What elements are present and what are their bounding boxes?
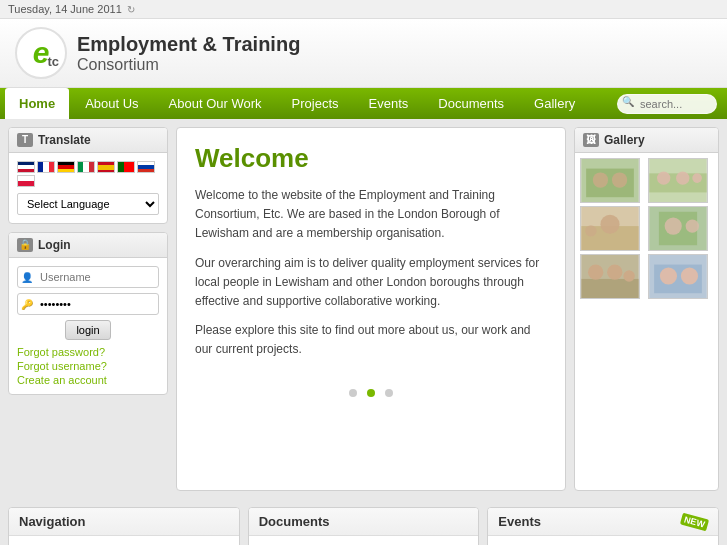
nav-item-about-us[interactable]: About Us	[71, 88, 152, 119]
welcome-title: Welcome	[195, 143, 547, 174]
svg-rect-18	[581, 279, 638, 298]
gallery-grid	[575, 153, 718, 304]
svg-point-21	[623, 270, 634, 281]
translate-widget: T Translate Select Language	[8, 127, 168, 224]
username-input[interactable]	[17, 266, 159, 288]
main-content: T Translate Select Language	[0, 119, 727, 499]
login-header: 🔒 Login	[9, 233, 167, 258]
gallery-title: Gallery	[604, 133, 645, 147]
nav-bar: Home About Us About Our Work Projects Ev…	[0, 88, 727, 119]
svg-point-8	[692, 173, 702, 183]
translate-title: Translate	[38, 133, 91, 147]
slide-dot-3[interactable]	[385, 389, 393, 397]
gallery-thumb-5[interactable]	[580, 254, 640, 299]
nav-item-home[interactable]: Home	[5, 88, 69, 119]
search-input[interactable]	[617, 94, 717, 114]
gallery-thumb-6[interactable]	[648, 254, 708, 299]
svg-rect-1	[586, 169, 634, 198]
gallery-thumb-2[interactable]	[648, 158, 708, 203]
login-form: 👤 🔑 login Forgot password? Forgot userna…	[9, 258, 167, 394]
password-input[interactable]	[17, 293, 159, 315]
events-panel: Events NEW No current events.	[487, 507, 719, 545]
header: e tc Employment & Training Consortium	[0, 19, 727, 88]
language-select[interactable]: Select Language	[17, 193, 159, 215]
nav-item-projects[interactable]: Projects	[278, 88, 353, 119]
translate-header: T Translate	[9, 128, 167, 153]
translate-icon: T	[17, 133, 33, 147]
flag-row	[17, 161, 159, 187]
logo-text: Employment & Training Consortium	[77, 32, 300, 74]
svg-point-11	[600, 215, 619, 234]
company-sub: Consortium	[77, 56, 300, 74]
key-icon: 🔑	[21, 299, 33, 310]
svg-point-15	[665, 218, 682, 235]
gallery-thumb-4[interactable]	[648, 206, 708, 251]
svg-point-16	[686, 219, 699, 232]
slide-dot-2[interactable]	[367, 389, 375, 397]
flag-pl[interactable]	[17, 175, 35, 187]
logo-area: e tc Employment & Training Consortium	[15, 27, 300, 79]
search-wrap	[617, 94, 717, 114]
gallery-icon: 🖼	[583, 133, 599, 147]
top-bar: Tuesday, 14 June 2011 ↻	[0, 0, 727, 19]
events-panel-title: Events	[498, 514, 541, 529]
welcome-paragraph-1: Welcome to the website of the Employment…	[195, 186, 547, 244]
navigation-panel-body: Site Map Contact Us Search	[9, 536, 239, 545]
forgot-username-link[interactable]: Forgot username?	[17, 360, 159, 372]
documents-panel-header: Documents	[249, 508, 479, 536]
gallery-thumb-3[interactable]	[580, 206, 640, 251]
login-title: Login	[38, 238, 71, 252]
gallery-widget: 🖼 Gallery	[574, 127, 719, 491]
documents-panel-body: ETC Vision Document - Agreed 13-1-10	[249, 536, 479, 545]
bottom-panels: Navigation Site Map Contact Us Search Do…	[0, 499, 727, 545]
logo-tc-text: tc	[47, 54, 59, 69]
password-wrap: 🔑	[17, 293, 159, 315]
forgot-password-link[interactable]: Forgot password?	[17, 346, 159, 358]
welcome-paragraph-3: Please explore this site to find out mor…	[195, 321, 547, 359]
flag-pt[interactable]	[117, 161, 135, 173]
svg-point-6	[657, 171, 670, 184]
svg-point-25	[681, 267, 698, 284]
nav-item-gallery[interactable]: Gallery	[520, 88, 589, 119]
login-widget: 🔒 Login 👤 🔑 login Forgot password? Forgo…	[8, 232, 168, 395]
login-button[interactable]: login	[65, 320, 110, 340]
navigation-panel-header: Navigation	[9, 508, 239, 536]
flag-fr[interactable]	[37, 161, 55, 173]
refresh-icon[interactable]: ↻	[127, 4, 135, 15]
flag-ru[interactable]	[137, 161, 155, 173]
flag-it[interactable]	[77, 161, 95, 173]
flag-es[interactable]	[97, 161, 115, 173]
slide-dots	[195, 375, 547, 400]
username-wrap: 👤	[17, 266, 159, 288]
navigation-panel: Navigation Site Map Contact Us Search	[8, 507, 240, 545]
svg-point-12	[585, 225, 596, 236]
svg-point-7	[676, 171, 689, 184]
nav-item-documents[interactable]: Documents	[424, 88, 518, 119]
flag-uk[interactable]	[17, 161, 35, 173]
welcome-paragraph-2: Our overarching aim is to deliver qualit…	[195, 254, 547, 312]
user-icon: 👤	[21, 272, 33, 283]
gallery-thumb-1[interactable]	[580, 158, 640, 203]
events-panel-body: No current events.	[488, 536, 718, 545]
svg-point-20	[607, 265, 622, 280]
translate-body: Select Language	[9, 153, 167, 223]
documents-panel: Documents ETC Vision Document - Agreed 1…	[248, 507, 480, 545]
svg-point-19	[588, 265, 603, 280]
events-panel-header-wrap: Events NEW	[488, 508, 718, 536]
logo-circle: e tc	[15, 27, 67, 79]
nav-item-about-work[interactable]: About Our Work	[155, 88, 276, 119]
flag-de[interactable]	[57, 161, 75, 173]
nav-item-events[interactable]: Events	[355, 88, 423, 119]
slide-dot-1[interactable]	[349, 389, 357, 397]
date-label: Tuesday, 14 June 2011	[8, 3, 122, 15]
svg-point-2	[593, 172, 608, 187]
company-name: Employment & Training	[77, 32, 300, 56]
svg-point-24	[660, 267, 677, 284]
login-links: Forgot password? Forgot username? Create…	[17, 346, 159, 386]
gallery-header: 🖼 Gallery	[575, 128, 718, 153]
sidebar: T Translate Select Language	[8, 127, 168, 491]
create-account-link[interactable]: Create an account	[17, 374, 159, 386]
svg-point-3	[612, 172, 627, 187]
center-content: Welcome Welcome to the website of the Em…	[176, 127, 566, 491]
lock-icon: 🔒	[17, 238, 33, 252]
